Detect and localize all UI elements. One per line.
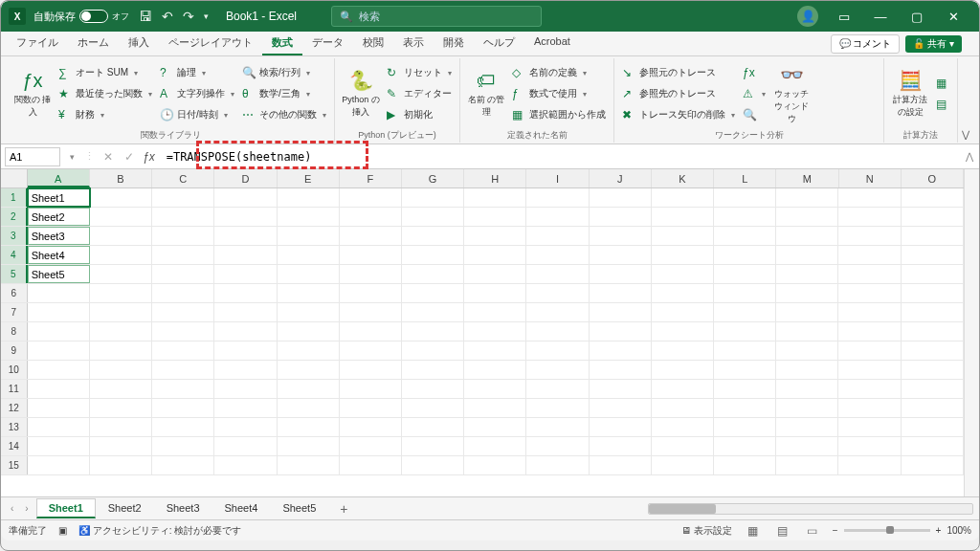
cell-E2[interactable] [278, 208, 340, 226]
create-from-selection-button[interactable]: ▦選択範囲から作成 [510, 105, 608, 124]
cell-G4[interactable] [402, 246, 464, 264]
cell-O14[interactable] [902, 437, 964, 455]
cell-N14[interactable] [838, 437, 901, 455]
vertical-scrollbar[interactable] [964, 169, 979, 496]
search-input[interactable]: 🔍 検索 [331, 6, 542, 27]
cell-B11[interactable] [90, 380, 152, 398]
cell-O12[interactable] [902, 399, 964, 417]
cell-N8[interactable] [838, 322, 901, 341]
cell-F10[interactable] [340, 361, 402, 379]
sheet-nav-next-icon[interactable]: › [21, 503, 32, 514]
cell-M1[interactable] [776, 188, 838, 207]
zoom-out-icon[interactable]: − [833, 525, 838, 536]
text-fn-button[interactable]: A文字列操作▾ [158, 84, 236, 103]
row-header-14[interactable]: 14 [1, 437, 28, 455]
row-header-1[interactable]: 1 [1, 188, 28, 207]
cell-M3[interactable] [776, 227, 838, 245]
python-editor-button[interactable]: ✎エディター [385, 84, 454, 103]
sheet-tab-Sheet2[interactable]: Sheet2 [96, 498, 154, 518]
column-header-A[interactable]: A [28, 169, 90, 187]
column-header-C[interactable]: C [152, 169, 214, 187]
cell-C9[interactable] [152, 342, 214, 360]
cell-F14[interactable] [340, 437, 402, 455]
cell-C8[interactable] [152, 322, 214, 341]
cell-E13[interactable] [278, 418, 340, 436]
cell-O7[interactable] [902, 303, 964, 321]
cell-O13[interactable] [902, 418, 964, 436]
cell-M4[interactable] [776, 246, 838, 264]
cell-K15[interactable] [652, 456, 714, 474]
row-header-9[interactable]: 9 [1, 342, 28, 360]
cell-B4[interactable] [90, 246, 152, 264]
cell-I15[interactable] [526, 456, 589, 474]
recent-functions-button[interactable]: ★最近使った関数▾ [56, 84, 154, 103]
column-header-M[interactable]: M [776, 169, 838, 187]
cell-H1[interactable] [464, 188, 526, 207]
cell-J3[interactable] [590, 227, 652, 245]
cell-E10[interactable] [278, 361, 340, 379]
cell-F13[interactable] [340, 418, 402, 436]
cell-N3[interactable] [838, 227, 901, 245]
cell-C4[interactable] [152, 246, 214, 264]
cell-J13[interactable] [590, 418, 652, 436]
normal-view-icon[interactable]: ▦ [744, 524, 762, 538]
cell-J8[interactable] [590, 322, 652, 341]
cell-D3[interactable] [214, 227, 277, 245]
cell-F1[interactable] [340, 188, 402, 207]
cell-L6[interactable] [714, 284, 776, 302]
expand-formula-icon[interactable]: ⋀ [966, 151, 973, 162]
display-settings-button[interactable]: 🖥 表示設定 [681, 524, 732, 538]
cell-J12[interactable] [590, 399, 652, 417]
cell-D13[interactable] [214, 418, 277, 436]
trace-dependents-button[interactable]: ↗参照先のトレース [620, 84, 737, 103]
cell-D6[interactable] [214, 284, 277, 302]
cell-K8[interactable] [652, 322, 714, 341]
cell-G13[interactable] [402, 418, 464, 436]
cell-J6[interactable] [590, 284, 652, 302]
remove-arrows-button[interactable]: ✖トレース矢印の削除▾ [620, 105, 737, 124]
close-icon[interactable]: ✕ [935, 3, 971, 30]
cell-H9[interactable] [464, 342, 526, 360]
undo-icon[interactable]: ↶ [162, 9, 173, 24]
cell-M2[interactable] [776, 208, 838, 226]
cell-I14[interactable] [526, 437, 589, 455]
cell-J2[interactable] [590, 208, 652, 226]
cell-L2[interactable] [714, 208, 776, 226]
cell-I12[interactable] [526, 399, 589, 417]
cell-K11[interactable] [652, 380, 714, 398]
cell-I7[interactable] [526, 303, 589, 321]
cell-J1[interactable] [590, 188, 652, 207]
cell-G7[interactable] [402, 303, 464, 321]
cell-L8[interactable] [714, 322, 776, 341]
cell-D1[interactable] [214, 188, 277, 207]
cell-C10[interactable] [152, 361, 214, 379]
cell-B14[interactable] [90, 437, 152, 455]
cell-N9[interactable] [838, 342, 901, 360]
row-header-8[interactable]: 8 [1, 322, 28, 341]
horizontal-scrollbar[interactable] [648, 503, 973, 515]
cell-H13[interactable] [464, 418, 526, 436]
column-header-L[interactable]: L [714, 169, 776, 187]
save-icon[interactable]: 🖫 [139, 9, 152, 24]
cell-H6[interactable] [464, 284, 526, 302]
cell-G6[interactable] [402, 284, 464, 302]
define-name-button[interactable]: ◇名前の定義▾ [510, 63, 608, 82]
cell-A11[interactable] [28, 380, 90, 398]
cell-N2[interactable] [838, 208, 901, 226]
cell-N6[interactable] [838, 284, 901, 302]
cell-G8[interactable] [402, 322, 464, 341]
cell-N12[interactable] [838, 399, 901, 417]
cell-O15[interactable] [902, 456, 964, 474]
cell-F2[interactable] [340, 208, 402, 226]
cell-A5[interactable]: Sheet5 [28, 265, 90, 283]
cell-E7[interactable] [278, 303, 340, 321]
cell-E14[interactable] [278, 437, 340, 455]
redo-icon[interactable]: ↷ [183, 9, 194, 24]
cell-O4[interactable] [902, 246, 964, 264]
cell-A12[interactable] [28, 399, 90, 417]
ribbon-collapse-icon[interactable]: ⋁ [958, 125, 973, 143]
ribbon-tab-開発[interactable]: 開発 [434, 32, 474, 55]
ribbon-tab-数式[interactable]: 数式 [262, 32, 302, 55]
cell-B13[interactable] [90, 418, 152, 436]
cell-G2[interactable] [402, 208, 464, 226]
